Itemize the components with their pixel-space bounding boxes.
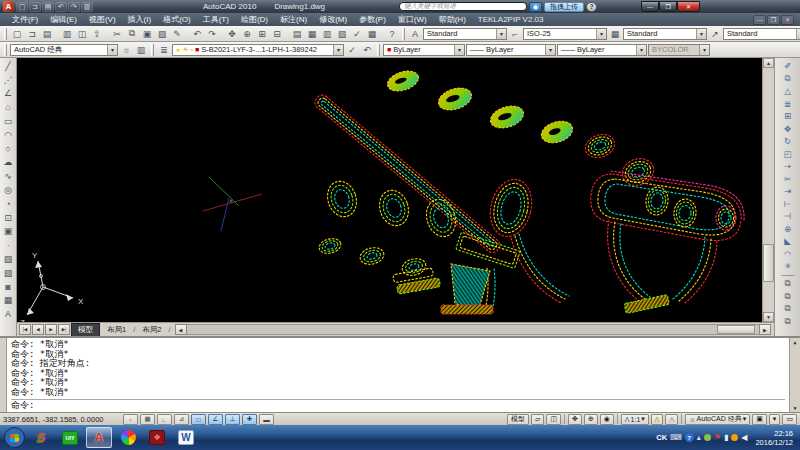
- offset-icon[interactable]: ≣: [780, 98, 796, 111]
- ellipse-icon[interactable]: ◎: [1, 183, 15, 197]
- polygon-icon[interactable]: ⌂: [1, 100, 15, 114]
- snap-toggle[interactable]: ▫: [123, 414, 138, 425]
- annotation-visibility-icon[interactable]: Λ: [651, 414, 664, 425]
- vertical-scrollbar[interactable]: ▲ ▼: [762, 58, 774, 322]
- array-icon[interactable]: ⊞: [780, 110, 796, 123]
- doc-restore-button[interactable]: ❐: [767, 15, 780, 25]
- quick-view-layouts-icon[interactable]: ▱: [531, 414, 544, 425]
- qat-undo-icon[interactable]: ↶: [55, 2, 67, 12]
- annotation-autoscale-icon[interactable]: Λ: [665, 414, 678, 425]
- scroll-down-icon[interactable]: ▼: [763, 312, 774, 322]
- layer-on-icon[interactable]: ●: [176, 46, 180, 53]
- hatch-icon[interactable]: ▨: [1, 252, 15, 266]
- menu-item[interactable]: 插入(I): [122, 13, 158, 26]
- paste-icon[interactable]: ▣: [140, 27, 154, 40]
- plot-icon[interactable]: ▥: [60, 27, 74, 40]
- fillet-icon[interactable]: ◠: [780, 248, 796, 261]
- extend-icon[interactable]: ⇥: [780, 185, 796, 198]
- insert-block-icon[interactable]: ⊡: [1, 211, 15, 225]
- menu-item[interactable]: 参数(P): [353, 13, 392, 26]
- tray-battery-icon[interactable]: ▮: [724, 434, 728, 442]
- layer-combo[interactable]: ● ☀ ▫ ■ S-B2021-LYF-3-...1-LPH-1-389242: [172, 44, 344, 56]
- otrack-toggle[interactable]: ∠: [208, 414, 223, 425]
- qat-save-icon[interactable]: ▤: [42, 2, 54, 12]
- vertical-scroll-thumb[interactable]: [763, 244, 774, 282]
- arc-icon[interactable]: ◠: [1, 128, 15, 142]
- dropdown-arrow-icon[interactable]: [454, 45, 464, 55]
- command-history[interactable]: 命令: *取消*命令: *取消*命令: 指定对角点:命令: *取消*命令: *取…: [7, 338, 789, 412]
- dropdown-arrow-icon[interactable]: [545, 45, 555, 55]
- drag-upload-button[interactable]: 拖拽上传: [544, 2, 584, 12]
- dropdown-arrow-icon[interactable]: [696, 29, 706, 39]
- maximize-button[interactable]: ❐: [659, 1, 677, 12]
- tab-first-button[interactable]: |◀: [19, 324, 31, 335]
- close-button[interactable]: ✕: [677, 1, 700, 12]
- tray-flag-icon[interactable]: ⚑: [714, 434, 721, 442]
- toolbar-grip[interactable]: [151, 44, 154, 56]
- tab-prev-button[interactable]: ◀: [32, 324, 44, 335]
- pan-tool-icon[interactable]: ✥: [568, 414, 582, 425]
- rotate-icon[interactable]: ↻: [780, 135, 796, 148]
- trim-icon[interactable]: ✂: [780, 173, 796, 186]
- dropdown-arrow-icon[interactable]: [496, 29, 506, 39]
- gradient-icon[interactable]: ▧: [1, 266, 15, 280]
- ellipse-arc-icon[interactable]: ◔: [1, 197, 15, 211]
- pan-icon[interactable]: ✥: [225, 27, 239, 40]
- sheet-set-icon[interactable]: ▧: [335, 27, 349, 40]
- dropdown-arrow-icon[interactable]: [796, 29, 800, 39]
- menu-item[interactable]: 视图(V): [83, 13, 122, 26]
- multiline-text-icon[interactable]: A: [1, 307, 15, 321]
- workspace-switcher-button[interactable]: ☼ AutoCAD 经典 ▾: [685, 414, 750, 425]
- redo-icon[interactable]: ↷: [205, 27, 219, 40]
- stretch-icon[interactable]: ⇢: [780, 160, 796, 173]
- tab-layout2[interactable]: 布局2: [136, 323, 167, 336]
- send-under-icon[interactable]: ⧉: [780, 315, 796, 328]
- taskbar-app-pinwheel[interactable]: [115, 427, 141, 448]
- scale-icon[interactable]: ◰: [780, 148, 796, 161]
- spline-icon[interactable]: ∿: [1, 169, 15, 183]
- ortho-toggle[interactable]: ∟: [157, 414, 172, 425]
- linetype-combo[interactable]: —— ByLayer: [466, 44, 556, 56]
- doc-minimize-button[interactable]: —: [753, 15, 766, 25]
- copy-icon[interactable]: ⧉: [125, 27, 139, 40]
- chamfer-icon[interactable]: ◣: [780, 235, 796, 248]
- toolbar-grip[interactable]: [402, 28, 405, 40]
- break-at-point-icon[interactable]: ⊢: [780, 198, 796, 211]
- zoom-window-icon[interactable]: ⊞: [255, 27, 269, 40]
- properties-icon[interactable]: ▤: [290, 27, 304, 40]
- break-icon[interactable]: ⊣: [780, 210, 796, 223]
- multileader-style-icon[interactable]: ↗: [708, 27, 722, 40]
- move-icon[interactable]: ✥: [780, 123, 796, 136]
- quickcalc-icon[interactable]: ▦: [365, 27, 379, 40]
- table-style-icon[interactable]: ▦: [608, 27, 622, 40]
- construction-line-icon[interactable]: ⋰: [1, 73, 15, 87]
- tool-palettes-icon[interactable]: ▥: [320, 27, 334, 40]
- drawing-canvas[interactable]: Y X Z: [17, 58, 762, 322]
- qat-plot-icon[interactable]: ▥: [81, 2, 93, 12]
- polar-toggle[interactable]: ⊿: [174, 414, 189, 425]
- new-icon[interactable]: ▢: [10, 27, 24, 40]
- mleader-style-combo[interactable]: Standard: [723, 28, 800, 40]
- command-prompt[interactable]: 命令:: [11, 399, 34, 412]
- rectangle-icon[interactable]: ▭: [1, 114, 15, 128]
- steeringwheel-icon[interactable]: ◉: [600, 414, 614, 425]
- quick-view-drawings-icon[interactable]: ◫: [546, 414, 561, 425]
- toolbar-grip[interactable]: [377, 44, 380, 56]
- toolbar-lock-icon[interactable]: ▣: [752, 414, 767, 425]
- cut-icon[interactable]: ✂: [110, 27, 124, 40]
- make-block-icon[interactable]: ▣: [1, 225, 15, 239]
- coordinates-readout[interactable]: 3387.6651, -382.1585, 0.0000: [3, 415, 121, 424]
- doc-close-button[interactable]: ✕: [781, 15, 794, 25]
- osnap-toggle[interactable]: □: [191, 414, 206, 425]
- menu-item-addon[interactable]: TEKLA2PIP V2.03: [472, 15, 550, 24]
- zoom-previous-icon[interactable]: ⊟: [270, 27, 284, 40]
- menu-item[interactable]: 修改(M): [313, 13, 353, 26]
- lineweight-combo[interactable]: —— ByLayer: [557, 44, 647, 56]
- help-icon[interactable]: ?: [385, 27, 399, 40]
- menu-item[interactable]: 编辑(E): [44, 13, 83, 26]
- designcenter-icon[interactable]: ▦: [305, 27, 319, 40]
- scroll-down-icon[interactable]: ▼: [793, 405, 796, 411]
- ducs-toggle[interactable]: ⊥: [225, 414, 240, 425]
- horizontal-scroll-thumb[interactable]: [717, 325, 755, 334]
- scroll-right-icon[interactable]: ▶: [759, 324, 771, 335]
